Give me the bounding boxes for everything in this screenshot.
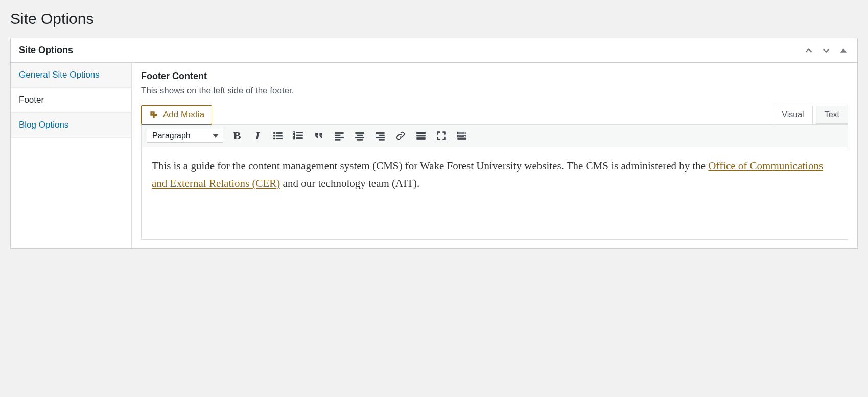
metabox-title: Site Options bbox=[19, 45, 73, 56]
svg-rect-5 bbox=[276, 135, 282, 136]
svg-rect-20 bbox=[357, 139, 363, 140]
svg-rect-24 bbox=[379, 139, 384, 140]
italic-button[interactable]: I bbox=[251, 129, 264, 142]
settings-sidebar: General Site Options Footer Blog Options bbox=[11, 63, 132, 248]
svg-point-3 bbox=[273, 138, 275, 139]
readmore-button[interactable] bbox=[414, 129, 428, 142]
svg-rect-15 bbox=[335, 137, 344, 138]
metabox-body: General Site Options Footer Blog Options… bbox=[11, 63, 857, 248]
align-left-button[interactable] bbox=[333, 129, 346, 142]
svg-rect-19 bbox=[356, 137, 364, 138]
format-select-label: Paragraph bbox=[152, 131, 191, 140]
add-media-button[interactable]: Add Media bbox=[141, 105, 212, 125]
svg-rect-21 bbox=[376, 133, 385, 134]
add-media-label: Add Media bbox=[163, 110, 204, 120]
svg-rect-30 bbox=[460, 133, 462, 133]
collapse-icon[interactable] bbox=[838, 45, 849, 56]
svg-rect-6 bbox=[276, 138, 282, 139]
tab-visual[interactable]: Visual bbox=[773, 106, 812, 124]
svg-rect-10 bbox=[296, 132, 302, 133]
numbered-list-button[interactable]: 123 bbox=[292, 129, 305, 142]
align-right-button[interactable] bbox=[373, 129, 387, 142]
field-description: This shows on the left side of the foote… bbox=[141, 86, 848, 96]
order-down-icon[interactable] bbox=[820, 45, 832, 56]
bold-button[interactable]: B bbox=[230, 129, 244, 142]
svg-rect-35 bbox=[462, 136, 464, 136]
editor-tabs: Visual Text bbox=[770, 106, 848, 124]
svg-rect-17 bbox=[356, 133, 364, 134]
format-select[interactable]: Paragraph bbox=[147, 129, 223, 143]
svg-rect-33 bbox=[459, 136, 460, 136]
page-title: Site Options bbox=[10, 10, 858, 28]
svg-point-2 bbox=[273, 135, 275, 137]
svg-point-1 bbox=[273, 132, 275, 134]
svg-rect-4 bbox=[276, 133, 282, 134]
svg-rect-18 bbox=[357, 135, 363, 136]
svg-rect-29 bbox=[459, 133, 460, 133]
editor-toolbar: Paragraph B I 123 bbox=[142, 125, 848, 147]
metabox-header: Site Options bbox=[11, 38, 857, 63]
svg-rect-26 bbox=[417, 135, 426, 136]
link-button[interactable] bbox=[394, 129, 407, 142]
fullscreen-button[interactable] bbox=[435, 129, 448, 142]
sidebar-item-footer[interactable]: Footer bbox=[11, 88, 131, 113]
svg-point-0 bbox=[152, 113, 153, 114]
blockquote-button[interactable] bbox=[312, 129, 325, 142]
dropdown-triangle-icon bbox=[213, 134, 219, 138]
site-options-metabox: Site Options General Site Options Footer… bbox=[10, 38, 858, 249]
svg-rect-22 bbox=[379, 135, 384, 136]
svg-rect-34 bbox=[460, 136, 462, 136]
svg-rect-12 bbox=[296, 138, 302, 139]
bullet-list-button[interactable] bbox=[271, 129, 285, 142]
settings-main: Footer Content This shows on the left si… bbox=[132, 63, 857, 248]
metabox-header-actions bbox=[803, 45, 849, 56]
editor-top-row: Add Media Visual Text bbox=[141, 105, 848, 125]
svg-text:3: 3 bbox=[293, 136, 295, 140]
svg-rect-11 bbox=[296, 135, 302, 136]
svg-rect-23 bbox=[376, 137, 385, 138]
media-icon bbox=[149, 110, 159, 120]
editor-content-area[interactable]: This is a guide for the content manageme… bbox=[142, 147, 848, 239]
tab-text[interactable]: Text bbox=[816, 106, 848, 124]
align-center-button[interactable] bbox=[353, 129, 366, 142]
svg-rect-14 bbox=[335, 135, 340, 136]
editor-text-prefix: This is a guide for the content manageme… bbox=[152, 160, 708, 172]
field-label: Footer Content bbox=[141, 71, 848, 82]
svg-rect-27 bbox=[417, 138, 426, 140]
svg-rect-36 bbox=[458, 139, 466, 140]
svg-rect-31 bbox=[462, 133, 464, 133]
svg-rect-16 bbox=[335, 139, 340, 140]
svg-rect-25 bbox=[417, 132, 426, 134]
toolbar-toggle-button[interactable] bbox=[455, 129, 468, 142]
order-up-icon[interactable] bbox=[803, 45, 814, 56]
editor-wrap: Paragraph B I 123 bbox=[141, 124, 848, 240]
sidebar-item-blog-options[interactable]: Blog Options bbox=[11, 113, 131, 138]
sidebar-item-general-site-options[interactable]: General Site Options bbox=[11, 63, 131, 88]
svg-rect-13 bbox=[335, 133, 344, 134]
editor-text-suffix: and our technology team (AIT). bbox=[280, 177, 419, 189]
